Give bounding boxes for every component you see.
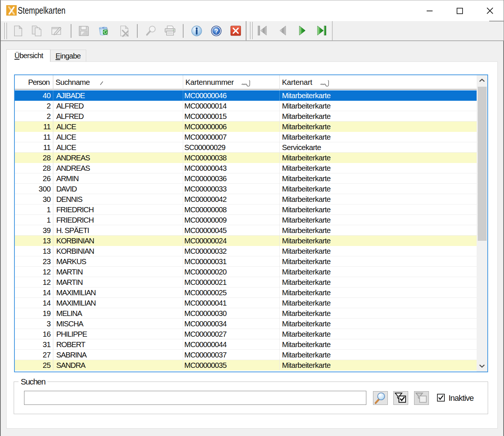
svg-text:?: ? — [214, 28, 218, 35]
